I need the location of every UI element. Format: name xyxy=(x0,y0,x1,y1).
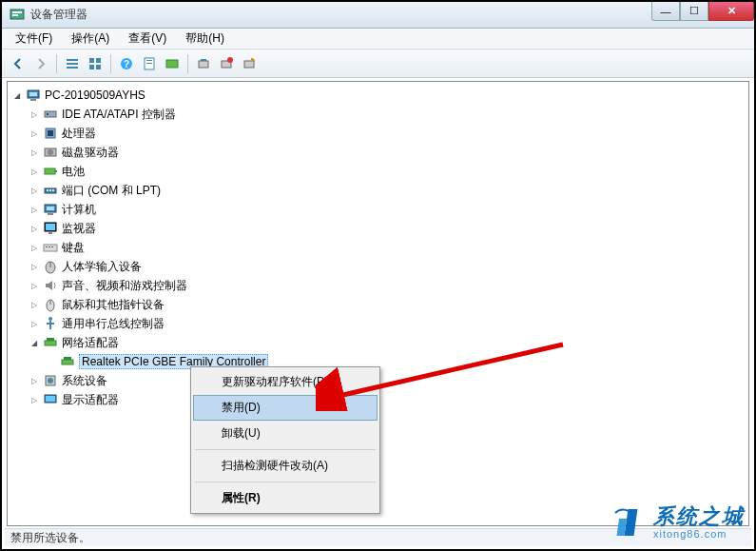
menu-file[interactable]: 文件(F) xyxy=(8,29,60,49)
tree-category[interactable]: 网络适配器 xyxy=(8,333,748,352)
detail-view-button[interactable] xyxy=(85,53,106,74)
expander-icon[interactable] xyxy=(29,185,40,196)
svg-point-19 xyxy=(227,57,233,63)
menu-view[interactable]: 查看(V) xyxy=(121,29,174,49)
toolbar-separator xyxy=(187,54,188,73)
svg-text:?: ? xyxy=(124,59,129,69)
expander-icon[interactable] xyxy=(29,204,40,215)
tree-category[interactable]: 通用串行总线控制器 xyxy=(8,314,748,333)
expander-icon[interactable] xyxy=(29,261,40,272)
tree-category-label: 监视器 xyxy=(62,221,96,237)
nic-icon xyxy=(60,354,75,369)
maximize-button[interactable]: ☐ xyxy=(680,2,708,21)
ctx-update-driver[interactable]: 更新驱动程序软件(P)... xyxy=(193,369,378,395)
svg-rect-4 xyxy=(67,63,78,65)
monitor-icon xyxy=(43,221,58,236)
expander-icon[interactable] xyxy=(29,108,40,120)
app-icon xyxy=(10,8,25,23)
list-view-button[interactable] xyxy=(62,53,83,74)
tree-category[interactable]: 处理器 xyxy=(8,124,748,143)
tree-category[interactable]: IDE ATA/ATAPI 控制器 xyxy=(8,105,748,124)
back-button[interactable] xyxy=(8,53,29,74)
svg-rect-24 xyxy=(45,111,56,117)
properties-button[interactable] xyxy=(139,53,160,74)
update-button[interactable] xyxy=(162,53,183,74)
tree-category-label: 显示适配器 xyxy=(62,392,119,408)
cpu-icon xyxy=(43,126,58,141)
expander-icon[interactable] xyxy=(29,394,40,405)
svg-rect-13 xyxy=(146,60,152,61)
expander-icon[interactable] xyxy=(29,299,40,310)
expander-icon[interactable] xyxy=(11,89,23,101)
tree-category-label: IDE ATA/ATAPI 控制器 xyxy=(62,107,176,123)
computer-icon xyxy=(43,202,58,217)
expander-icon[interactable] xyxy=(29,166,40,177)
window-controls: — ☐ ✕ xyxy=(651,2,754,21)
expander-icon[interactable] xyxy=(29,223,40,234)
tree-category[interactable]: 键盘 xyxy=(8,238,748,257)
ctx-properties[interactable]: 属性(R) xyxy=(193,485,378,511)
svg-point-50 xyxy=(48,317,52,321)
ctx-separator xyxy=(195,449,376,450)
svg-point-35 xyxy=(52,189,54,191)
ctx-disable[interactable]: 禁用(D) xyxy=(193,395,378,421)
tree-category[interactable]: 磁盘驱动器 xyxy=(8,143,748,162)
disable-button[interactable] xyxy=(216,53,237,74)
watermark-url: xitong86.com xyxy=(653,529,745,540)
tree-category[interactable]: 人体学输入设备 xyxy=(8,257,748,276)
scan-button[interactable] xyxy=(193,53,214,74)
svg-rect-3 xyxy=(67,59,78,61)
expander-icon xyxy=(46,356,57,367)
expander-icon[interactable] xyxy=(29,337,40,348)
tree-category[interactable]: 计算机 xyxy=(8,200,748,219)
tree-category[interactable]: 监视器 xyxy=(8,219,748,238)
svg-rect-30 xyxy=(45,168,55,174)
tree-category[interactable]: 鼠标和其他指针设备 xyxy=(8,295,748,314)
svg-rect-54 xyxy=(47,338,54,341)
ctx-uninstall[interactable]: 卸载(U) xyxy=(193,421,378,446)
expander-icon[interactable] xyxy=(29,318,40,329)
network-icon xyxy=(43,335,58,350)
menu-help[interactable]: 帮助(H) xyxy=(178,29,232,49)
close-button[interactable]: ✕ xyxy=(708,2,754,21)
svg-rect-7 xyxy=(96,58,101,63)
tree-category-label: 计算机 xyxy=(62,202,96,218)
menu-action[interactable]: 操作(A) xyxy=(64,29,117,49)
tree-category-label: 磁盘驱动器 xyxy=(62,145,119,161)
context-menu: 更新驱动程序软件(P)... 禁用(D) 卸载(U) 扫描检测硬件改动(A) 属… xyxy=(190,366,380,514)
disk-icon xyxy=(43,145,58,160)
minimize-button[interactable]: — xyxy=(651,2,680,21)
tree-category-label: 处理器 xyxy=(62,126,96,142)
menubar: 文件(F) 操作(A) 查看(V) 帮助(H) xyxy=(2,29,754,49)
svg-rect-1 xyxy=(12,11,22,13)
tree-category[interactable]: 端口 (COM 和 LPT) xyxy=(8,181,748,200)
tree-category[interactable]: 电池 xyxy=(8,162,748,181)
battery-icon xyxy=(43,164,58,179)
watermark-title: 系统之城 xyxy=(653,506,745,527)
display-icon xyxy=(43,392,58,407)
tree-category-label: 键盘 xyxy=(62,240,85,256)
expander-icon[interactable] xyxy=(29,147,40,158)
tree-category-label: 电池 xyxy=(62,164,85,180)
expander-icon[interactable] xyxy=(29,280,40,291)
uninstall-button[interactable] xyxy=(239,53,260,74)
svg-rect-6 xyxy=(89,58,94,63)
svg-rect-20 xyxy=(244,61,254,68)
svg-rect-22 xyxy=(29,92,37,96)
svg-rect-2 xyxy=(12,14,18,16)
expander-icon[interactable] xyxy=(29,242,40,253)
tree-category[interactable]: 声音、视频和游戏控制器 xyxy=(8,276,748,295)
svg-point-29 xyxy=(48,149,53,155)
tree-root[interactable]: PC-20190509AYHS xyxy=(8,86,748,105)
forward-button[interactable] xyxy=(30,53,51,74)
svg-rect-17 xyxy=(201,59,206,61)
expander-icon[interactable] xyxy=(29,128,40,139)
ctx-scan[interactable]: 扫描检测硬件改动(A) xyxy=(193,453,378,479)
svg-rect-31 xyxy=(55,170,57,172)
tree-category-label: 系统设备 xyxy=(62,373,107,389)
expander-icon[interactable] xyxy=(29,375,40,386)
help-button[interactable]: ? xyxy=(116,53,137,74)
svg-rect-40 xyxy=(46,224,55,230)
tree-category-label: 通用串行总线控制器 xyxy=(62,316,165,332)
tree-category-label: 端口 (COM 和 LPT) xyxy=(62,183,161,199)
